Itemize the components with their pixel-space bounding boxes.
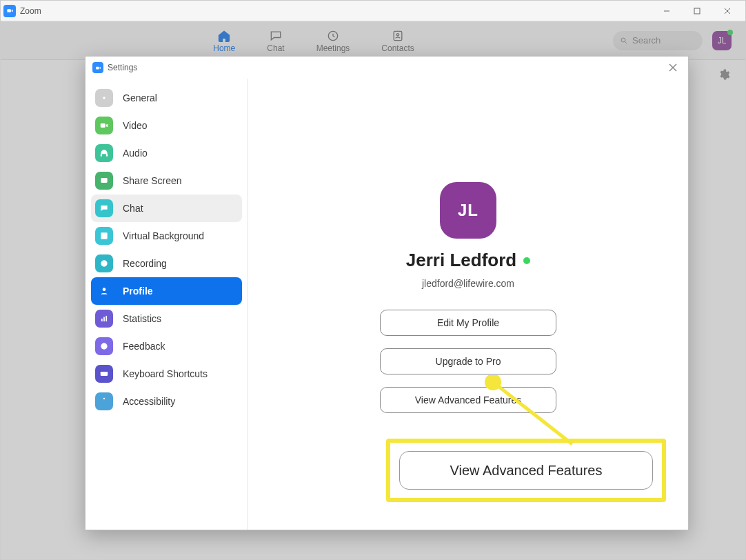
headphones-icon: [95, 144, 113, 162]
sidebar-item-statistics[interactable]: Statistics: [85, 305, 248, 332]
svg-rect-17: [101, 178, 107, 183]
sidebar-item-keyboard-shortcuts[interactable]: Keyboard Shortcuts: [85, 360, 248, 388]
chat-icon: [95, 199, 113, 217]
svg-point-26: [101, 343, 107, 349]
sidebar-item-audio[interactable]: Audio: [85, 139, 248, 167]
svg-rect-0: [7, 9, 11, 12]
settings-header: Settings: [85, 57, 688, 79]
profile-icon: [95, 282, 113, 300]
share-screen-icon: [95, 172, 113, 190]
callout-highlight: View Advanced Features: [386, 439, 666, 502]
presence-indicator: [523, 257, 530, 264]
settings-sidebar: General Video Audio Share Screen Chat: [85, 79, 248, 530]
profile-name: Jerri Ledford: [406, 250, 516, 271]
callout-button: View Advanced Features: [399, 451, 653, 490]
profile-avatar[interactable]: JL: [440, 182, 496, 239]
settings-modal: Settings General Video Audio: [85, 56, 689, 530]
sidebar-item-share-screen[interactable]: Share Screen: [85, 167, 248, 194]
sidebar-item-recording[interactable]: Recording: [85, 250, 248, 277]
minimize-button[interactable]: [652, 1, 682, 21]
svg-rect-16: [106, 154, 108, 157]
accessibility-icon: [95, 392, 113, 410]
zoom-icon: [92, 62, 103, 73]
edit-profile-button[interactable]: Edit My Profile: [380, 310, 556, 336]
svg-point-19: [102, 234, 103, 236]
svg-rect-24: [103, 317, 105, 321]
svg-rect-23: [101, 319, 103, 321]
profile-email: jledford@lifewire.com: [422, 278, 514, 289]
maximize-button[interactable]: [682, 1, 712, 21]
settings-title: Settings: [108, 63, 137, 72]
settings-body: General Video Audio Share Screen Chat: [85, 79, 688, 530]
sidebar-item-accessibility[interactable]: Accessibility: [85, 388, 248, 415]
feedback-icon: [95, 337, 113, 355]
statistics-icon: [95, 310, 113, 328]
sidebar-item-general[interactable]: General: [85, 84, 248, 112]
close-button[interactable]: [712, 1, 743, 21]
recording-icon: [95, 254, 113, 272]
profile-name-row: Jerri Ledford: [406, 250, 530, 271]
app-window: Zoom Home Chat Meetings Contacts: [0, 0, 746, 560]
sidebar-item-feedback[interactable]: Feedback: [85, 332, 248, 360]
sidebar-item-profile[interactable]: Profile: [91, 277, 242, 305]
svg-point-21: [103, 262, 105, 265]
svg-rect-29: [101, 372, 108, 376]
sidebar-item-chat[interactable]: Chat: [91, 194, 242, 222]
titlebar: Zoom: [1, 1, 745, 21]
gear-icon: [95, 89, 113, 107]
svg-rect-14: [101, 123, 105, 128]
window-title: Zoom: [20, 6, 41, 16]
keyboard-icon: [95, 365, 113, 383]
svg-point-30: [103, 398, 105, 399]
view-advanced-features-button[interactable]: View Advanced Features: [380, 387, 556, 413]
sidebar-item-virtual-background[interactable]: Virtual Background: [85, 222, 248, 250]
svg-point-27: [103, 345, 103, 346]
settings-content: JL Jerri Ledford jledford@lifewire.com E…: [248, 79, 688, 530]
svg-rect-15: [101, 154, 102, 157]
window-controls: [652, 1, 743, 21]
upgrade-to-pro-button[interactable]: Upgrade to Pro: [380, 348, 556, 374]
svg-point-13: [103, 97, 105, 99]
sidebar-item-video[interactable]: Video: [85, 112, 248, 139]
svg-point-28: [105, 345, 105, 346]
zoom-icon: [3, 5, 16, 17]
svg-rect-10: [96, 66, 99, 69]
svg-point-22: [103, 288, 106, 291]
virtual-bg-icon: [95, 227, 113, 245]
settings-close-button[interactable]: [665, 59, 681, 76]
video-icon: [95, 117, 113, 134]
svg-rect-2: [694, 8, 700, 14]
svg-rect-25: [105, 316, 107, 321]
